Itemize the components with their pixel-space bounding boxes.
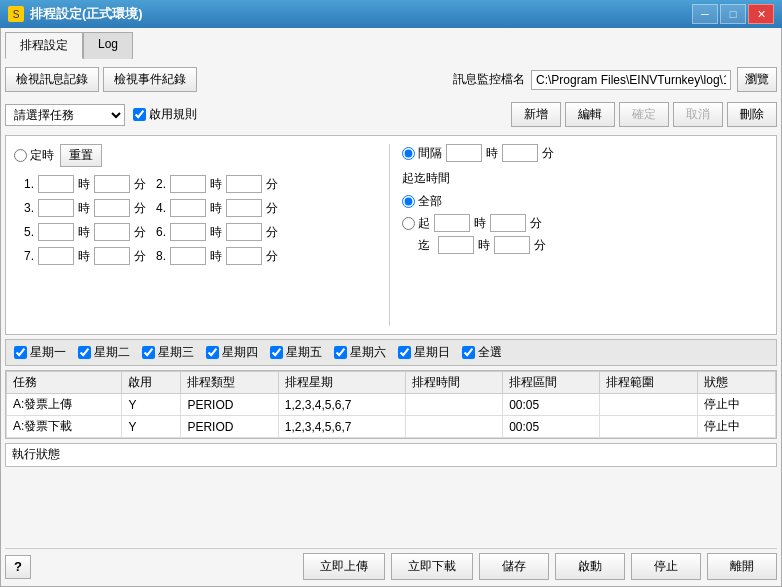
tab-schedule[interactable]: 排程設定 <box>5 32 83 59</box>
weekday-tue-checkbox[interactable] <box>78 346 91 359</box>
cell-0-3: 1,2,3,4,5,6,7 <box>278 394 405 416</box>
col-time: 排程時間 <box>405 372 502 394</box>
col-type: 排程類型 <box>181 372 278 394</box>
bottom-bar: ? 立即上傳 立即下載 儲存 啟動 停止 離開 <box>5 548 777 582</box>
weekday-sat[interactable]: 星期六 <box>334 344 386 361</box>
fixed-time-radio[interactable] <box>14 149 27 162</box>
time-4-min[interactable] <box>226 199 262 217</box>
add-button[interactable]: 新增 <box>511 102 561 127</box>
left-panel: 定時 重置 1. 時 分 2. 時 分 <box>14 144 390 326</box>
all-time-radio[interactable] <box>402 195 415 208</box>
save-button[interactable]: 儲存 <box>479 553 549 580</box>
log-path-input[interactable] <box>531 70 731 90</box>
hour-label-5: 時 <box>78 224 90 241</box>
close-button[interactable]: 離開 <box>707 553 777 580</box>
from-hour-label: 時 <box>474 215 486 232</box>
browse-button[interactable]: 瀏覽 <box>737 67 777 92</box>
time-2-min[interactable] <box>226 175 262 193</box>
weekday-thu[interactable]: 星期四 <box>206 344 258 361</box>
title-bar-controls: ─ □ ✕ <box>692 4 774 24</box>
edit-button[interactable]: 編輯 <box>565 102 615 127</box>
fixed-time-radio-label[interactable]: 定時 <box>14 147 54 164</box>
time-num-3: 3. <box>14 201 34 215</box>
weekday-mon-checkbox[interactable] <box>14 346 27 359</box>
time-8-hour[interactable] <box>170 247 206 265</box>
main-panel: 定時 重置 1. 時 分 2. 時 分 <box>5 135 777 335</box>
interval-radio[interactable] <box>402 147 415 160</box>
delete-button[interactable]: 刪除 <box>727 102 777 127</box>
cell-1-4 <box>405 416 502 438</box>
upload-button[interactable]: 立即上傳 <box>303 553 385 580</box>
time-1-hour[interactable] <box>38 175 74 193</box>
weekday-wed[interactable]: 星期三 <box>142 344 194 361</box>
to-min-input[interactable] <box>494 236 530 254</box>
view-msg-button[interactable]: 檢視訊息記錄 <box>5 67 99 92</box>
tab-bar: 排程設定 Log <box>5 32 777 59</box>
interval-radio-label[interactable]: 間隔 <box>402 145 442 162</box>
time-5-min[interactable] <box>94 223 130 241</box>
view-event-button[interactable]: 檢視事件紀錄 <box>103 67 197 92</box>
tab-log[interactable]: Log <box>83 32 133 59</box>
minimize-button[interactable]: ─ <box>692 4 718 24</box>
download-button[interactable]: 立即下載 <box>391 553 473 580</box>
all-time-text: 全部 <box>418 193 442 210</box>
time-row-1: 1. 時 分 2. 時 分 <box>14 175 381 193</box>
interval-min[interactable] <box>502 144 538 162</box>
time-3-hour[interactable] <box>38 199 74 217</box>
confirm-button[interactable]: 確定 <box>619 102 669 127</box>
time-num-6: 6. <box>150 225 166 239</box>
from-radio-label[interactable]: 起 <box>402 215 430 232</box>
table-row[interactable]: A:發票下載YPERIOD1,2,3,4,5,6,700:05停止中 <box>7 416 776 438</box>
weekday-fri-checkbox[interactable] <box>270 346 283 359</box>
weekday-fri[interactable]: 星期五 <box>270 344 322 361</box>
from-label: 起 <box>418 215 430 232</box>
time-num-8: 8. <box>150 249 166 263</box>
time-6-hour[interactable] <box>170 223 206 241</box>
interval-row: 間隔 時 分 <box>402 144 769 162</box>
table-row[interactable]: A:發票上傳YPERIOD1,2,3,4,5,6,700:05停止中 <box>7 394 776 416</box>
weekday-all-checkbox[interactable] <box>462 346 475 359</box>
time-3-min[interactable] <box>94 199 130 217</box>
time-7-hour[interactable] <box>38 247 74 265</box>
top-bar: 檢視訊息記錄 檢視事件紀錄 訊息監控檔名 瀏覽 <box>5 65 777 94</box>
time-1-min[interactable] <box>94 175 130 193</box>
weekday-sun-checkbox[interactable] <box>398 346 411 359</box>
weekday-all[interactable]: 全選 <box>462 344 502 361</box>
weekday-tue[interactable]: 星期二 <box>78 344 130 361</box>
enable-rule-checkbox[interactable] <box>133 108 146 121</box>
to-hour-input[interactable] <box>438 236 474 254</box>
hour-label-8: 時 <box>210 248 222 265</box>
interval-hour[interactable] <box>446 144 482 162</box>
weekday-sat-checkbox[interactable] <box>334 346 347 359</box>
hour-label-1: 時 <box>78 176 90 193</box>
enable-rule-checkbox-label[interactable]: 啟用規則 <box>133 106 197 123</box>
all-time-label[interactable]: 全部 <box>402 193 442 210</box>
col-weekdays: 排程星期 <box>278 372 405 394</box>
weekday-wed-checkbox[interactable] <box>142 346 155 359</box>
weekday-mon[interactable]: 星期一 <box>14 344 66 361</box>
cancel-button[interactable]: 取消 <box>673 102 723 127</box>
top-bar-right: 訊息監控檔名 瀏覽 <box>453 67 777 92</box>
time-6-min[interactable] <box>226 223 262 241</box>
from-min-input[interactable] <box>490 214 526 232</box>
task-select[interactable]: 請選擇任務 <box>5 104 125 126</box>
close-button[interactable]: ✕ <box>748 4 774 24</box>
time-2-hour[interactable] <box>170 175 206 193</box>
time-8-min[interactable] <box>226 247 262 265</box>
min-label-5: 分 <box>134 224 146 241</box>
from-hour-input[interactable] <box>434 214 470 232</box>
from-radio[interactable] <box>402 217 415 230</box>
stop-button[interactable]: 停止 <box>631 553 701 580</box>
maximize-button[interactable]: □ <box>720 4 746 24</box>
weekday-sun[interactable]: 星期日 <box>398 344 450 361</box>
time-7-min[interactable] <box>94 247 130 265</box>
title-bar-left: S 排程設定(正式環境) <box>8 5 143 23</box>
reset-button[interactable]: 重置 <box>60 144 102 167</box>
min-label-1: 分 <box>134 176 146 193</box>
time-4-hour[interactable] <box>170 199 206 217</box>
time-5-hour[interactable] <box>38 223 74 241</box>
weekday-thu-checkbox[interactable] <box>206 346 219 359</box>
start-button[interactable]: 啟動 <box>555 553 625 580</box>
interval-hour-label: 時 <box>486 145 498 162</box>
help-button[interactable]: ? <box>5 555 31 579</box>
